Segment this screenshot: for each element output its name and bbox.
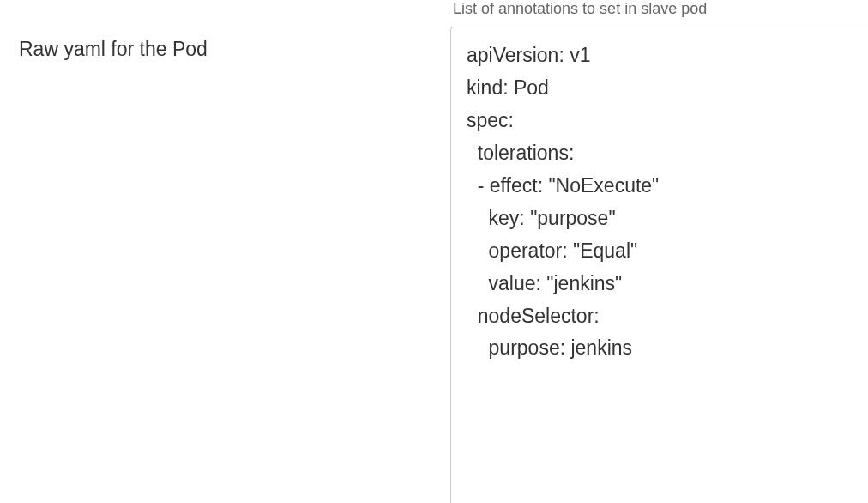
input-column: List of annotations to set in slave pod bbox=[450, 0, 868, 503]
yaml-textarea[interactable] bbox=[450, 27, 868, 503]
yaml-field-label: Raw yaml for the Pod bbox=[19, 38, 450, 61]
form-container: Raw yaml for the Pod List of annotations… bbox=[0, 0, 868, 503]
annotations-help-text: List of annotations to set in slave pod bbox=[450, 0, 868, 18]
label-column: Raw yaml for the Pod bbox=[0, 0, 450, 503]
